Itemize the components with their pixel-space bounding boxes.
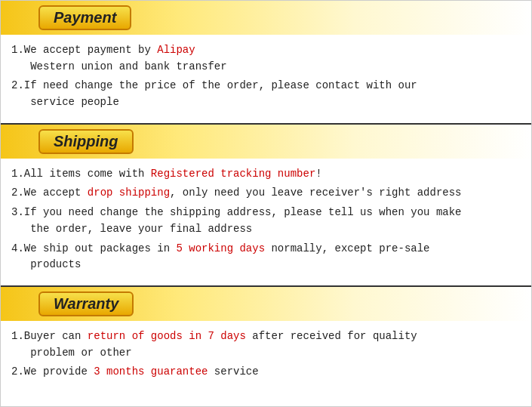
alipay-link: Alipay [157,44,195,56]
warranty-item-2: 2.We provide 3 months guarantee service [11,364,524,381]
shipping-section: Shipping 1.All items come with Registere… [1,125,531,287]
payment-content: 1.We accept payment by Alipay Western un… [1,42,531,111]
warranty-header-wrap: Warranty [1,287,531,321]
shipping-item-4: 4.We ship out packages in 5 working days… [11,241,524,273]
payment-section: Payment 1.We accept payment by Alipay We… [1,1,531,125]
months-highlight1: 3 [94,365,100,378]
warranty-section: Warranty 1.Buyer can return of goods in … [1,287,531,393]
shipping-item-2: 2.We accept drop shipping, only need you… [11,185,524,202]
working-days-highlight: 5 working days [176,242,265,254]
shipping-header-wrap: Shipping [1,125,531,159]
payment-item-1-line2: Western union and bank transfer [11,60,227,72]
warranty-content: 1.Buyer can return of goods in 7 days af… [1,328,531,381]
payment-header-wrap: Payment [1,1,531,35]
return-highlight: return of goods in 7 days [88,330,246,342]
shipping-title: Shipping [38,129,134,154]
payment-item-2-text: 2.If need change the price of the order,… [11,79,417,108]
drop-shipping-highlight: drop shipping [88,187,170,199]
tracking-highlight: Registered tracking number [151,168,315,180]
warranty-item-1: 1.Buyer can return of goods in 7 days af… [11,328,524,361]
shipping-item-1: 1.All items come with Registered trackin… [11,166,524,183]
months-highlight2: months guarantee [106,365,208,378]
payment-item-1: 1.We accept payment by Alipay Western un… [11,42,524,75]
shipping-item-3: 3.If you need change the shipping addres… [11,205,524,237]
payment-title: Payment [38,5,131,30]
payment-item-2: 2.If need change the price of the order,… [11,78,524,110]
shipping-content: 1.All items come with Registered trackin… [1,166,531,273]
warranty-title: Warranty [38,291,134,316]
payment-item-1-prefix: 1.We accept payment by [11,44,157,56]
